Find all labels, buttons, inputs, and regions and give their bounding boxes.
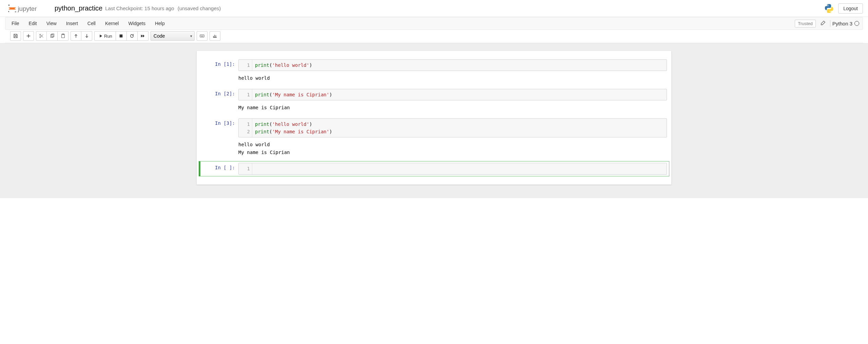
code-input[interactable]: 1 — [238, 163, 667, 174]
menu-widgets[interactable]: Widgets — [123, 19, 150, 28]
notebook-scroll-area[interactable]: In [1]: 1 print('hello world') hello wor… — [0, 43, 868, 198]
svg-text:jupyter: jupyter — [17, 5, 37, 12]
svg-point-2 — [8, 11, 9, 12]
nbextensions-button[interactable] — [210, 31, 220, 41]
menu-view[interactable]: View — [42, 19, 61, 28]
line-gutter: 1 — [239, 89, 252, 100]
kernel-name[interactable]: Python 3 — [832, 21, 852, 26]
menubar-container: File Edit View Insert Cell Kernel Widget… — [0, 17, 868, 43]
plus-icon — [26, 34, 31, 38]
code-text[interactable]: print('hello world') — [252, 60, 667, 71]
menubar: File Edit View Insert Cell Kernel Widget… — [5, 17, 863, 30]
menu-kernel[interactable]: Kernel — [100, 19, 123, 28]
menu-file[interactable]: File — [7, 19, 24, 28]
command-palette-button[interactable] — [197, 31, 208, 41]
run-label: Run — [104, 34, 112, 39]
save-icon — [13, 34, 18, 38]
bar-chart-icon — [213, 34, 217, 38]
code-input[interactable]: 1 2 print('hello world') print('My name … — [238, 118, 667, 138]
cell-output: My name is Ciprian — [238, 102, 667, 114]
arrow-down-icon — [84, 34, 89, 38]
cell-output: hello world — [238, 73, 667, 84]
logout-button[interactable]: Logout — [838, 3, 863, 14]
keyboard-icon — [200, 34, 204, 38]
paste-button[interactable] — [58, 31, 68, 41]
menu-edit[interactable]: Edit — [24, 19, 42, 28]
restart-button[interactable] — [127, 31, 138, 41]
run-button[interactable]: Run — [94, 31, 116, 41]
toolbar: Run Code — [5, 30, 863, 43]
code-cell[interactable]: In [3]: 1 2 print('hello world') print('… — [199, 117, 669, 161]
edit-metadata-button[interactable] — [818, 19, 828, 28]
notebook-container: In [1]: 1 print('hello world') hello wor… — [197, 51, 671, 185]
insert-cell-button[interactable] — [23, 31, 34, 41]
arrow-up-icon — [74, 34, 78, 38]
jupyter-logo[interactable]: jupyter — [5, 4, 49, 13]
menu-help[interactable]: Help — [150, 19, 170, 28]
svg-rect-11 — [200, 35, 204, 37]
svg-point-4 — [40, 37, 41, 38]
line-gutter: 1 — [239, 163, 252, 174]
interrupt-button[interactable] — [116, 31, 127, 41]
fast-forward-icon — [140, 34, 145, 38]
input-prompt: In [1]: — [215, 61, 235, 67]
svg-point-5 — [40, 34, 41, 36]
unsaved-indicator: (unsaved changes) — [178, 5, 221, 11]
copy-icon — [50, 34, 55, 38]
restart-icon — [130, 34, 134, 38]
paste-icon — [61, 34, 65, 38]
line-gutter: 1 2 — [239, 119, 252, 137]
input-prompt: In [ ]: — [215, 165, 235, 170]
input-prompt: In [2]: — [215, 91, 235, 96]
stop-icon — [119, 34, 123, 38]
input-prompt: In [3]: — [215, 120, 235, 126]
run-icon — [98, 34, 103, 38]
code-text[interactable] — [252, 163, 667, 174]
move-up-button[interactable] — [71, 31, 81, 41]
checkpoint-status: Last Checkpoint: 15 hours ago — [105, 5, 174, 11]
code-cell[interactable]: In [1]: 1 print('hello world') hello wor… — [199, 58, 669, 87]
kernel-idle-icon — [854, 21, 859, 26]
copy-button[interactable] — [47, 31, 58, 41]
svg-rect-10 — [120, 35, 123, 38]
svg-point-0 — [8, 4, 9, 6]
cell-type-select[interactable]: Code — [151, 31, 195, 41]
notebook-name[interactable]: python_practice — [55, 4, 102, 12]
cell-type-value: Code — [154, 33, 165, 39]
scissors-icon — [39, 34, 44, 38]
notebook-header: jupyter python_practice Last Checkpoint:… — [0, 0, 868, 17]
code-input[interactable]: 1 print('My name is Ciprian') — [238, 89, 667, 100]
menu-cell[interactable]: Cell — [83, 19, 100, 28]
cell-output: hello world My name is Ciprian — [238, 139, 667, 159]
code-input[interactable]: 1 print('hello world') — [238, 59, 667, 71]
cut-button[interactable] — [36, 31, 47, 41]
line-gutter: 1 — [239, 60, 252, 71]
trusted-indicator[interactable]: Trusted — [795, 20, 816, 27]
restart-run-all-button[interactable] — [138, 31, 149, 41]
move-down-button[interactable] — [81, 31, 92, 41]
code-cell-selected[interactable]: In [ ]: 1 — [199, 161, 669, 176]
svg-point-1 — [15, 11, 16, 12]
code-text[interactable]: print('My name is Ciprian') — [252, 89, 667, 100]
code-cell[interactable]: In [2]: 1 print('My name is Ciprian') My… — [199, 87, 669, 116]
save-button[interactable] — [10, 31, 21, 41]
menu-insert[interactable]: Insert — [61, 19, 83, 28]
python-logo-icon — [824, 3, 834, 14]
code-text[interactable]: print('hello world') print('My name is C… — [252, 119, 667, 137]
